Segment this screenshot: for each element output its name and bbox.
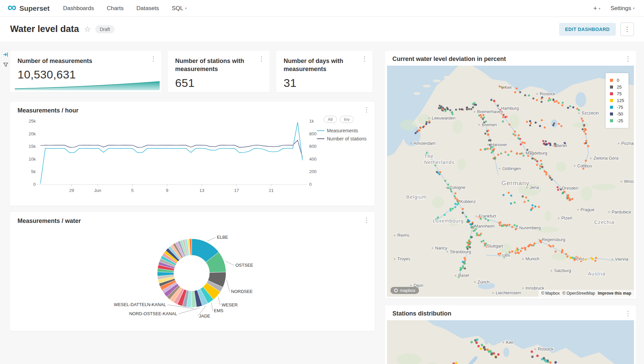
station-dot <box>471 236 473 238</box>
legend-inv-button[interactable]: Inv <box>340 116 354 123</box>
legend-item-number-of-stations[interactable]: Number of stations <box>317 136 367 141</box>
svg-text:13: 13 <box>199 188 204 193</box>
svg-text:10k: 10k <box>29 157 36 162</box>
station-dot <box>480 348 482 350</box>
station-dot <box>541 163 543 165</box>
station-dot <box>508 192 510 194</box>
svg-text:0: 0 <box>309 182 312 187</box>
map-legend-entry: 0 <box>610 78 624 83</box>
station-dot <box>455 109 457 111</box>
country-label: Belgium <box>406 194 426 200</box>
station-dot <box>554 251 556 253</box>
mapbox-link[interactable]: © Mapbox <box>541 291 560 296</box>
station-dot <box>554 101 556 103</box>
station-dot <box>522 195 524 197</box>
station-dot <box>524 142 526 144</box>
superset-logo[interactable]: ∞ Superset <box>7 4 50 12</box>
station-dot <box>459 108 461 110</box>
station-dot <box>487 148 489 150</box>
station-dot <box>548 100 550 102</box>
station-dot <box>535 122 537 124</box>
city-label: Kiel <box>506 340 513 345</box>
station-dot <box>530 122 532 124</box>
favorite-star-icon[interactable]: ☆ <box>84 25 91 34</box>
station-dot <box>481 344 483 346</box>
chart-legend: MeasurementsNumber of stations <box>317 128 367 144</box>
nav-item-datasets[interactable]: Datasets <box>136 5 159 12</box>
edit-dashboard-button[interactable]: EDIT DASHBOARD <box>559 23 616 36</box>
nav-item-dashboards[interactable]: Dashboards <box>63 5 94 12</box>
station-dot <box>497 154 499 156</box>
station-dot <box>462 261 464 263</box>
city-label: Stuttgart <box>487 243 503 249</box>
station-dot <box>549 144 551 146</box>
chart-options-icon[interactable]: ⋮ <box>625 56 631 62</box>
improve-map-link[interactable]: Improve this map <box>598 291 631 296</box>
station-dot <box>536 164 538 166</box>
legend-all-button[interactable]: All <box>324 116 336 123</box>
country-label: Germany <box>501 179 529 187</box>
nav-item-sql[interactable]: SQL▾ <box>172 5 187 12</box>
station-dot <box>549 361 551 364</box>
chevron-down-icon: ▾ <box>185 6 187 10</box>
station-dot <box>548 244 550 246</box>
expand-filter-bar-icon[interactable] <box>3 52 9 59</box>
station-dot <box>554 143 556 145</box>
station-dot <box>465 216 467 218</box>
station-dot <box>560 188 562 190</box>
chart-options-icon[interactable]: ⋮ <box>361 56 368 62</box>
filter-icon[interactable] <box>3 62 9 69</box>
station-dot <box>585 133 587 135</box>
chart-options-icon[interactable]: ⋮ <box>363 106 370 113</box>
station-dot <box>518 252 520 254</box>
station-dot <box>585 140 587 142</box>
station-dot <box>517 137 519 139</box>
station-dot <box>482 118 484 120</box>
line-chart: 05k10k15k20k25k02004006008001k29Jun59131… <box>14 117 317 197</box>
chart-card-stations-distribution: ⋮ Stations distribution KielRostock <box>385 305 636 364</box>
chart-options-icon[interactable]: ⋮ <box>258 56 265 62</box>
chart-options-icon[interactable]: ⋮ <box>625 310 631 317</box>
dashboard-menu-button[interactable]: ⋮ <box>620 23 634 36</box>
station-dot <box>492 150 494 152</box>
station-dot <box>464 262 466 264</box>
station-dot <box>587 145 589 147</box>
chart-options-icon[interactable]: ⋮ <box>150 56 157 62</box>
svg-text:20k: 20k <box>29 131 36 136</box>
osm-link[interactable]: © OpenStreetMap <box>562 291 595 296</box>
station-dot <box>531 356 534 358</box>
kpi-title: Number of stations with measurements <box>175 57 262 73</box>
station-dot <box>447 187 449 189</box>
station-dot <box>552 124 554 126</box>
station-dot <box>488 139 490 141</box>
station-dot <box>544 359 546 361</box>
map-legend-entry: -50 <box>610 111 624 117</box>
station-dot <box>476 232 478 234</box>
station-dot <box>521 247 523 249</box>
station-dot <box>489 350 491 352</box>
map-legend-entry: -75 <box>610 105 624 110</box>
new-button[interactable]: +▾ <box>593 5 600 12</box>
station-dot <box>511 251 513 253</box>
station-dot <box>498 222 501 224</box>
settings-menu[interactable]: Settings▾ <box>611 5 635 12</box>
superset-infinity-icon: ∞ <box>7 2 16 12</box>
legend-item-measurements[interactable]: Measurements <box>317 128 367 133</box>
mapbox-logo[interactable]: mapbox <box>390 287 419 294</box>
station-dot <box>545 140 547 142</box>
donut-chart: ELBEOSTSEENORDSEEWESEREMSJADENORD-OSTSEE… <box>10 228 375 329</box>
station-dot <box>481 241 483 243</box>
main-nav: DashboardsChartsDatasetsSQL▾ <box>63 5 187 12</box>
svg-text:600: 600 <box>309 144 317 149</box>
city-label: Jena <box>529 185 539 190</box>
station-dot <box>475 104 477 106</box>
legend-swatch <box>610 86 613 89</box>
chart-options-icon[interactable]: ⋮ <box>363 217 370 223</box>
nav-item-charts[interactable]: Charts <box>107 5 124 12</box>
station-dot <box>585 259 587 261</box>
deviation-map[interactable]: TheNetherlandsGermanyBelgiumLuxembourgCz… <box>387 66 634 297</box>
station-dot <box>509 124 511 126</box>
city-label: Mannheim <box>475 224 495 229</box>
stations-map[interactable]: KielRostock <box>387 320 634 364</box>
station-dot <box>541 119 543 121</box>
